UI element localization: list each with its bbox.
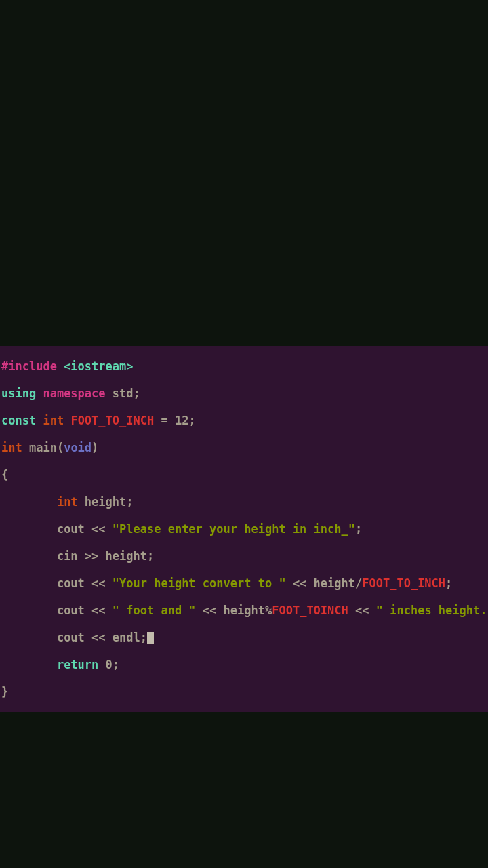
brace: { bbox=[1, 468, 8, 481]
expr: << bbox=[348, 604, 376, 617]
indent bbox=[1, 576, 57, 590]
space bbox=[64, 414, 70, 427]
kw-void: void bbox=[64, 441, 92, 454]
indent bbox=[1, 604, 57, 617]
code-line: using namespace std; bbox=[1, 387, 487, 400]
brace: } bbox=[1, 685, 8, 698]
code-line: const int FOOT_TO_INCH = 12; bbox=[1, 414, 487, 427]
expr: << height% bbox=[196, 604, 272, 617]
header: <iostream> bbox=[57, 359, 134, 373]
code-line: cout << " foot and " << height%FOOT_TOIN… bbox=[1, 604, 487, 617]
code-line: { bbox=[1, 468, 487, 481]
kw-int: int bbox=[1, 441, 22, 454]
var-decl: height; bbox=[78, 495, 134, 509]
cin: cin >> height; bbox=[57, 549, 154, 563]
text-cursor bbox=[147, 632, 154, 644]
code-line: cin >> height; bbox=[1, 549, 487, 563]
kw-int: int bbox=[36, 414, 64, 427]
indent bbox=[1, 549, 57, 563]
const-name: FOOT_TOINCH bbox=[272, 604, 348, 617]
kw-const: const bbox=[1, 414, 36, 427]
indent bbox=[1, 522, 57, 536]
const-name: FOOT_TO_INCH bbox=[70, 414, 154, 427]
string: "Your height convert to " bbox=[113, 576, 286, 590]
const-name: FOOT_TO_INCH bbox=[362, 576, 445, 590]
cout: cout << bbox=[57, 604, 113, 617]
indent bbox=[1, 495, 57, 509]
code-line: cout << endl; bbox=[1, 631, 487, 644]
kw-namespace: namespace bbox=[36, 387, 105, 400]
code-line: cout << "Your height convert to " << hei… bbox=[1, 576, 487, 590]
kw-int: int bbox=[57, 495, 78, 509]
kw-using: using bbox=[1, 387, 36, 400]
code-editor[interactable]: #include <iostream> using namespace std;… bbox=[0, 346, 488, 712]
assign: = 12; bbox=[154, 414, 195, 427]
code-line: #include <iostream> bbox=[1, 359, 487, 373]
code-line: cout << "Please enter your height in inc… bbox=[1, 522, 487, 536]
main: main( bbox=[22, 441, 64, 454]
cout: cout << bbox=[57, 522, 113, 536]
cout-endl: cout << endl; bbox=[57, 631, 147, 644]
code-line: } bbox=[1, 685, 487, 698]
string: " inches height." bbox=[376, 604, 488, 617]
paren: ) bbox=[92, 441, 98, 454]
kw-return: return bbox=[57, 658, 98, 671]
string: " foot and " bbox=[113, 604, 196, 617]
expr: << height/ bbox=[286, 576, 363, 590]
preprocessor: #include bbox=[1, 359, 57, 373]
indent bbox=[1, 658, 57, 671]
return-val: 0; bbox=[98, 658, 119, 671]
punct: ; bbox=[355, 522, 362, 536]
punct: ; bbox=[134, 387, 140, 400]
cout: cout << bbox=[57, 576, 113, 590]
indent bbox=[1, 631, 57, 644]
code-line: int main(void) bbox=[1, 441, 487, 454]
code-line: int height; bbox=[1, 495, 487, 509]
identifier: std bbox=[106, 387, 134, 400]
string: "Please enter your height in inch_" bbox=[113, 522, 355, 536]
punct: ; bbox=[445, 576, 452, 590]
code-line: return 0; bbox=[1, 658, 487, 671]
